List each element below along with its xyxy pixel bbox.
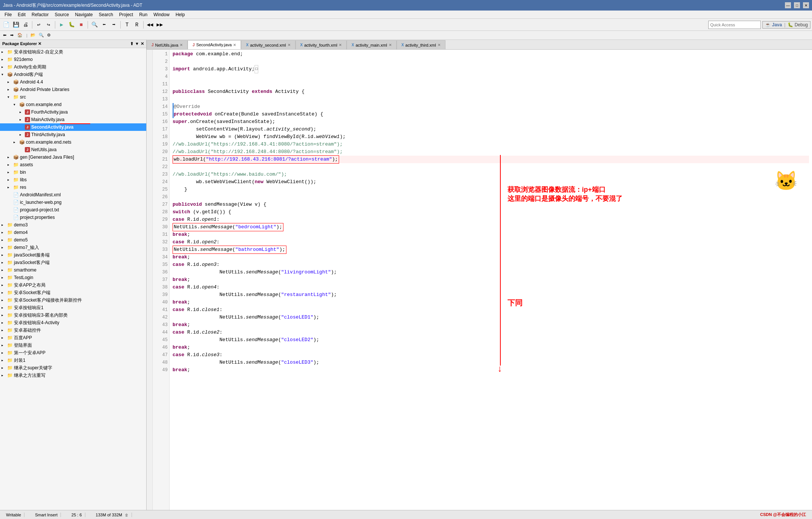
pe-menu-btn[interactable]: ▼ (135, 41, 139, 46)
tree-item[interactable]: 📄proguard-project.txt (0, 206, 146, 214)
tree-item[interactable]: ▸📦com.example.end.nets (0, 138, 146, 146)
tree-item[interactable]: ▸📁assets (0, 161, 146, 168)
minimize-button[interactable]: — (785, 2, 791, 8)
toolbar2-btn1[interactable]: ⬅ (2, 33, 8, 38)
tree-item[interactable]: ▸📁bin (0, 168, 146, 176)
quick-access-input[interactable] (708, 21, 761, 29)
tree-item[interactable]: ▸📁安卓按钮响应3-匿名内部类 (0, 311, 146, 319)
tree-item[interactable]: ▸📁百度APP (0, 334, 146, 341)
code-content[interactable]: package com.example.end;import android.a… (170, 50, 812, 510)
tree-item[interactable]: ▾📁src (0, 93, 146, 101)
save-button[interactable]: 💾 (11, 20, 20, 29)
package-explorer-tree[interactable]: ▸📁安卓按钮响应2-自定义类▸📁921demo▸📁Activity生命周期▾📦A… (0, 48, 146, 510)
menu-help[interactable]: Help (173, 11, 188, 18)
tree-item[interactable]: ▸📁smarthome (0, 266, 146, 274)
tab-close-button[interactable]: ✕ (339, 43, 342, 47)
tree-item[interactable]: ▸📁demo4 (0, 229, 146, 236)
tree-item[interactable]: ▸📁安卓Socket客户端 (0, 289, 146, 296)
tree-item[interactable]: ▸📁javaSocket服务端 (0, 251, 146, 259)
tree-item[interactable]: ▸JFourthActivity.java (0, 108, 146, 116)
tree-node-icon: 📁 (13, 177, 19, 183)
tree-item[interactable]: ▸📁安卓按钮响应2-自定义类 (0, 48, 146, 56)
tree-item[interactable]: ▸📁安卓按钮响应1 (0, 304, 146, 311)
open-type-button[interactable]: T (123, 20, 132, 29)
memory-icon[interactable]: 🗑 (125, 513, 129, 517)
tree-item[interactable]: ▸📦gen [Generated Java Files] (0, 153, 146, 161)
editor-tab[interactable]: Xactivity_main.xml✕ (347, 40, 396, 49)
menu-refactor[interactable]: Refactor (29, 11, 52, 18)
tree-item[interactable]: ▸📁demo7_输入 (0, 244, 146, 251)
next-edit-button[interactable]: ▶▶ (155, 20, 164, 29)
pe-collapse-btn[interactable]: ⬆ (130, 41, 133, 46)
toolbar2-btn3[interactable]: 🏠 (16, 33, 24, 38)
tab-close-button[interactable]: ✕ (233, 43, 236, 47)
tree-item[interactable]: ▸📦Android Private Libraries (0, 86, 146, 93)
menu-search[interactable]: Search (96, 11, 116, 18)
tree-item[interactable]: 📄project.properties (0, 214, 146, 221)
tab-close-button[interactable]: ✕ (389, 43, 392, 47)
menu-edit[interactable]: Edit (15, 11, 29, 18)
tree-item[interactable]: ▸📁安卓APP之布局 (0, 281, 146, 289)
tree-item[interactable]: ▸📁Activity生命周期 (0, 63, 146, 71)
tree-item[interactable]: ▸📁登陆界面 (0, 341, 146, 349)
tree-item[interactable]: ▸JMainActivity.java (0, 116, 146, 123)
tree-item[interactable]: JSecondActivity.java (0, 123, 146, 131)
open-resource-button[interactable]: R (132, 20, 141, 29)
tree-item[interactable]: ▸📁安卓基础控件 (0, 326, 146, 334)
editor-tab[interactable]: Xactivity_third.xml✕ (397, 40, 445, 49)
tree-item[interactable]: ▸📁javaSocket客户端 (0, 259, 146, 266)
menu-run[interactable]: Run (136, 11, 150, 18)
debug-button[interactable]: 🐛 (67, 20, 76, 29)
tree-item[interactable]: ▾📦Android客户端 (0, 71, 146, 78)
tree-item[interactable]: JNetUtils.java (0, 146, 146, 153)
stop-button[interactable]: ■ (77, 20, 86, 29)
editor-tab[interactable]: Xactivity_fourth.xml✕ (295, 40, 347, 49)
tree-item[interactable]: ▸JThirdActivity.java (0, 131, 146, 138)
editor-tab[interactable]: Xactivity_second.xml✕ (241, 40, 295, 49)
tree-arrow-icon: ▸ (2, 58, 7, 61)
tree-item-label: assets (20, 162, 33, 167)
menu-navigate[interactable]: Navigate (72, 11, 95, 18)
search-button[interactable]: 🔍 (90, 20, 99, 29)
forward-button[interactable]: ➡ (109, 20, 118, 29)
tree-item[interactable]: ▸📁安卓Socket客户端接收并刷新控件 (0, 296, 146, 304)
new-button[interactable]: 📄 (2, 20, 11, 29)
tree-item[interactable]: ▸📁res (0, 184, 146, 191)
editor-tab[interactable]: JSecondActivity.java✕ (188, 40, 241, 49)
tab-close-button[interactable]: ✕ (180, 43, 183, 47)
tree-item[interactable]: ▸📁安卓按钮响应4-Activity (0, 319, 146, 326)
tab-close-button[interactable]: ✕ (288, 43, 291, 47)
print-button[interactable]: 🖨 (21, 20, 30, 29)
toolbar2-btn2[interactable]: ➡ (9, 33, 15, 38)
undo-button[interactable]: ↩ (34, 20, 43, 29)
prev-edit-button[interactable]: ◀◀ (145, 20, 155, 29)
tree-item[interactable]: ▸📁libs (0, 176, 146, 184)
tree-item[interactable]: ▸📁第一个安卓APP (0, 349, 146, 357)
tree-item[interactable]: ▸📁继承之super关键字 (0, 364, 146, 372)
tree-item[interactable]: ▸📁继承之方法重写 (0, 372, 146, 379)
java-perspective[interactable]: ☕ Java (765, 22, 782, 27)
editor-tab[interactable]: JNetUtils.java✕ (147, 40, 188, 49)
menu-file[interactable]: File (2, 11, 15, 18)
tab-close-button[interactable]: ✕ (438, 43, 441, 47)
maximize-button[interactable]: □ (794, 2, 800, 8)
menu-window[interactable]: Window (150, 11, 173, 18)
tree-item[interactable]: 📄ic_launcher-web.png (0, 199, 146, 206)
tree-item-label: FourthActivity.java (31, 109, 68, 115)
tree-item[interactable]: ▸📁921demo (0, 56, 146, 63)
menu-source[interactable]: Source (52, 11, 72, 18)
tree-item[interactable]: 📄AndroidManifest.xml (0, 191, 146, 199)
tree-item[interactable]: ▸📦Android 4.4 (0, 78, 146, 86)
menu-project[interactable]: Project (116, 11, 136, 18)
tree-item[interactable]: ▸📁封装1 (0, 357, 146, 364)
tree-item[interactable]: ▸📁demo3 (0, 221, 146, 229)
run-button[interactable]: ▶ (57, 20, 66, 29)
navigate-button[interactable]: ⬅ (100, 20, 109, 29)
debug-perspective[interactable]: 🐛 Debug (788, 22, 808, 27)
close-button[interactable]: ✕ (803, 2, 809, 8)
redo-button[interactable]: ↪ (44, 20, 53, 29)
pe-close-btn[interactable]: ✕ (141, 41, 144, 46)
tree-item[interactable]: ▸📁demo5 (0, 236, 146, 244)
tree-item[interactable]: ▸📁TestLogin (0, 274, 146, 281)
tree-item[interactable]: ▾📦com.example.end (0, 101, 146, 108)
